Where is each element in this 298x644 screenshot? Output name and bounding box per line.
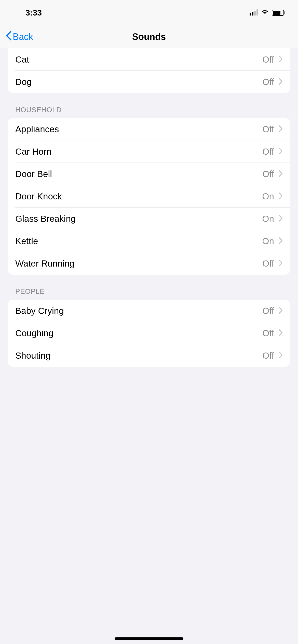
row-right: Off <box>262 169 283 179</box>
row-value: Off <box>262 258 274 269</box>
table-row-dog[interactable]: Dog Off <box>8 71 290 93</box>
row-right: On <box>262 191 283 201</box>
row-label: Appliances <box>15 124 59 134</box>
table-row-coughing[interactable]: Coughing Off <box>8 322 290 344</box>
row-right: Off <box>262 147 283 157</box>
row-right: Off <box>262 54 283 65</box>
status-time: 3:33 <box>25 8 42 18</box>
chevron-right-icon <box>279 55 283 64</box>
chevron-left-icon <box>5 31 12 43</box>
chevron-right-icon <box>279 329 283 337</box>
chevron-right-icon <box>279 237 283 245</box>
table-group-animals: Cat Off Dog Off <box>8 48 290 93</box>
chevron-right-icon <box>279 192 283 200</box>
row-label: Door Bell <box>15 169 52 179</box>
row-right: Off <box>262 258 283 269</box>
home-indicator[interactable] <box>115 637 183 640</box>
page-title: Sounds <box>132 32 166 42</box>
chevron-right-icon <box>279 78 283 86</box>
table-row-water-running[interactable]: Water Running Off <box>8 252 290 275</box>
row-right: Off <box>262 124 283 134</box>
row-label: Shouting <box>15 350 50 361</box>
status-bar: 3:33 <box>0 0 298 25</box>
row-value: Off <box>262 54 274 65</box>
section-header-people: People <box>0 275 298 300</box>
table-group-people: Baby Crying Off Coughing Off Shouting Of… <box>8 300 290 367</box>
row-label: Water Running <box>15 258 74 269</box>
chevron-right-icon <box>279 215 283 223</box>
row-value: On <box>262 191 274 201</box>
row-label: Door Knock <box>15 191 62 201</box>
table-row-cat[interactable]: Cat Off <box>8 48 290 71</box>
chevron-right-icon <box>279 125 283 133</box>
row-value: On <box>262 214 274 224</box>
section-header-household: Household <box>0 93 298 118</box>
row-label: Kettle <box>15 236 38 246</box>
row-label: Car Horn <box>15 147 51 157</box>
chevron-right-icon <box>279 352 283 360</box>
back-label: Back <box>13 32 33 42</box>
chevron-right-icon <box>279 259 283 268</box>
row-value: On <box>262 236 274 246</box>
row-value: Off <box>262 147 274 157</box>
row-right: On <box>262 236 283 246</box>
row-value: Off <box>262 328 274 338</box>
chevron-right-icon <box>279 307 283 315</box>
row-label: Baby Crying <box>15 306 64 316</box>
content-scroll[interactable]: Cat Off Dog Off Household Appliances <box>0 48 298 367</box>
row-label: Dog <box>15 77 32 87</box>
table-row-door-knock[interactable]: Door Knock On <box>8 185 290 208</box>
table-row-baby-crying[interactable]: Baby Crying Off <box>8 300 290 322</box>
row-label: Cat <box>15 54 29 65</box>
cellular-signal-icon <box>250 10 258 16</box>
battery-icon <box>272 10 285 16</box>
row-value: Off <box>262 350 274 361</box>
status-icons <box>250 9 285 17</box>
row-label: Coughing <box>15 328 53 338</box>
table-row-car-horn[interactable]: Car Horn Off <box>8 140 290 163</box>
row-value: Off <box>262 169 274 179</box>
row-right: Off <box>262 350 283 361</box>
table-group-household: Appliances Off Car Horn Off Door Bell Of… <box>8 118 290 275</box>
table-row-appliances[interactable]: Appliances Off <box>8 118 290 140</box>
row-value: Off <box>262 124 274 134</box>
row-right: Off <box>262 306 283 316</box>
row-value: Off <box>262 77 274 87</box>
chevron-right-icon <box>279 148 283 156</box>
row-label: Glass Breaking <box>15 214 76 224</box>
nav-bar: Back Sounds <box>0 25 298 48</box>
row-right: Off <box>262 328 283 338</box>
chevron-right-icon <box>279 170 283 178</box>
table-row-door-bell[interactable]: Door Bell Off <box>8 163 290 185</box>
table-row-shouting[interactable]: Shouting Off <box>8 344 290 367</box>
row-right: Off <box>262 77 283 87</box>
row-right: On <box>262 214 283 224</box>
table-row-glass-breaking[interactable]: Glass Breaking On <box>8 208 290 230</box>
back-button[interactable]: Back <box>5 31 33 43</box>
wifi-icon <box>261 9 269 17</box>
table-row-kettle[interactable]: Kettle On <box>8 230 290 252</box>
row-value: Off <box>262 306 274 316</box>
